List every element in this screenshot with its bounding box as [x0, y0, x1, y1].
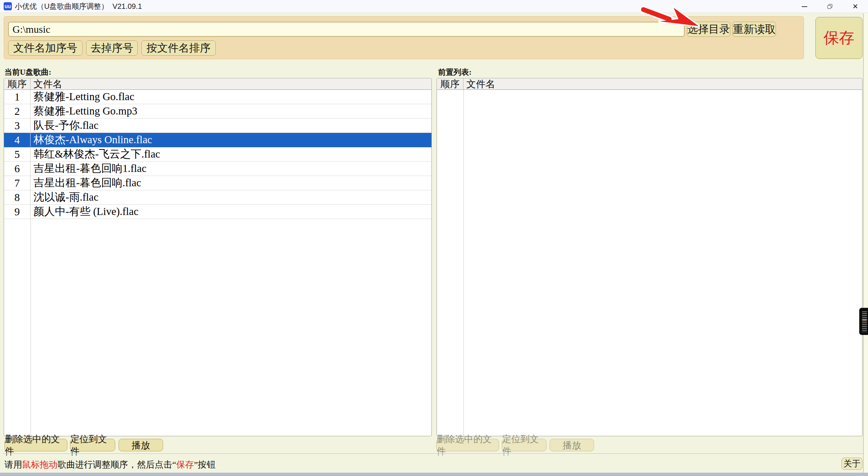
song-order: 9 — [4, 205, 31, 219]
song-filename: 林俊杰-Always Online.flac — [31, 133, 431, 147]
close-button[interactable]: ✕ — [843, 0, 868, 13]
right-column-divider — [463, 90, 464, 436]
directory-path-input[interactable] — [8, 22, 685, 37]
left-locate-file-button[interactable]: 定位到文件 — [70, 439, 115, 451]
song-order: 1 — [4, 90, 31, 104]
slider-orange-marker — [862, 319, 867, 320]
app-icon: uu — [4, 2, 12, 10]
status-text-highlight-drag: 鼠标拖动 — [22, 460, 57, 469]
front-position-list: 顺序 文件名 — [437, 78, 862, 436]
restore-icon — [828, 4, 832, 9]
song-order: 5 — [4, 147, 31, 161]
edge-slider-widget[interactable] — [859, 308, 868, 335]
song-row-5[interactable]: 5 韩红&林俊杰-飞云之下.flac — [4, 147, 431, 162]
right-locate-file-button: 定位到文件 — [502, 439, 547, 451]
minimize-button[interactable] — [792, 0, 817, 13]
song-row-6[interactable]: 6 吉星出租-暮色回响1.flac — [4, 162, 431, 176]
song-filename: 韩红&林俊杰-飞云之下.flac — [31, 147, 431, 162]
song-order: 6 — [4, 162, 31, 176]
song-order: 4 — [4, 133, 31, 147]
save-button[interactable]: 保存 — [815, 17, 862, 59]
status-divider — [3, 454, 863, 454]
restore-button[interactable] — [817, 0, 843, 13]
taskbar-edge — [0, 473, 868, 476]
song-row-9[interactable]: 9 颜人中-有些 (Live).flac — [4, 205, 431, 219]
song-row-2[interactable]: 2 蔡健雅-Letting Go.mp3 — [4, 104, 431, 119]
window-title: 小优优（U盘歌曲顺序调整） V21.09.1 — [15, 1, 142, 11]
song-row-8[interactable]: 8 沈以诚-雨.flac — [4, 190, 431, 205]
song-row-7[interactable]: 7 吉星出租-暮色回响.flac — [4, 176, 431, 190]
minimize-icon — [802, 6, 807, 7]
left-list-title: 当前U盘歌曲: — [4, 67, 51, 77]
left-delete-selected-button[interactable]: 删除选中的文件 — [4, 439, 67, 451]
status-text-highlight-save: 保存 — [176, 460, 194, 469]
song-order: 8 — [4, 190, 31, 204]
right-list-title: 前置列表: — [438, 67, 472, 77]
song-filename: 吉星出租-暮色回响.flac — [31, 176, 431, 190]
song-filename: 吉星出租-暮色回响1.flac — [31, 161, 431, 176]
song-filename: 沈以诚-雨.flac — [31, 190, 431, 205]
song-filename: 蔡健雅-Letting Go.flac — [31, 89, 431, 104]
song-order: 3 — [4, 119, 31, 133]
right-column-header-filename[interactable]: 文件名 — [463, 78, 862, 89]
current-usb-song-list: 顺序 文件名 1 蔡健雅-Letting Go.flac 2 蔡健雅-Letti… — [4, 78, 432, 436]
left-list-header: 顺序 文件名 — [4, 78, 431, 90]
status-hint-text: 请用鼠标拖动歌曲进行调整顺序，然后点击“保存”按钮 — [4, 459, 215, 470]
status-text: 歌曲进行调整顺序，然后点击“ — [57, 460, 176, 469]
left-column-header-order[interactable]: 顺序 — [4, 78, 31, 89]
right-delete-selected-button: 删除选中的文件 — [436, 439, 499, 451]
song-row-4-selected[interactable]: 4 林俊杰-Always Online.flac — [4, 133, 431, 147]
song-order: 7 — [4, 176, 31, 190]
titlebar: uu 小优优（U盘歌曲顺序调整） V21.09.1 ✕ — [0, 0, 868, 13]
desktop-strip — [864, 13, 868, 473]
sort-by-filename-button[interactable]: 按文件名排序 — [141, 40, 216, 56]
left-play-button[interactable]: 播放 — [119, 439, 163, 451]
song-row-3[interactable]: 3 队長-予你.flac — [4, 119, 431, 133]
right-list-header: 顺序 文件名 — [437, 78, 862, 90]
right-play-button: 播放 — [550, 439, 594, 451]
select-directory-button[interactable]: 选择目录 — [687, 22, 730, 37]
slider-ridges-icon — [862, 311, 867, 332]
song-filename: 蔡健雅-Letting Go.mp3 — [31, 104, 431, 119]
status-text: 请用 — [4, 460, 22, 469]
right-column-header-order[interactable]: 顺序 — [437, 78, 463, 89]
status-text: ”按钮 — [194, 460, 216, 469]
reload-button[interactable]: 重新读取 — [733, 22, 776, 37]
song-filename: 队長-予你.flac — [31, 118, 431, 133]
song-order: 2 — [4, 104, 31, 118]
remove-sequence-number-button[interactable]: 去掉序号 — [86, 40, 138, 56]
song-filename: 颜人中-有些 (Live).flac — [31, 204, 431, 219]
close-icon: ✕ — [853, 3, 858, 10]
left-column-header-filename[interactable]: 文件名 — [31, 78, 431, 89]
song-row-1[interactable]: 1 蔡健雅-Letting Go.flac — [4, 90, 431, 104]
about-button[interactable]: 关于 — [841, 458, 862, 470]
add-sequence-number-button[interactable]: 文件名加序号 — [8, 40, 82, 56]
